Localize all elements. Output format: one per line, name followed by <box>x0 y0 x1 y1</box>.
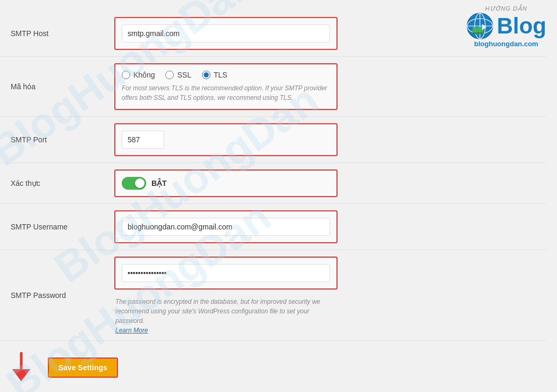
auth-control: BẬT <box>106 163 546 203</box>
radio-tls[interactable]: TLS <box>202 71 227 79</box>
auth-label: Xác thực <box>0 163 106 203</box>
auth-toggle[interactable] <box>122 177 146 190</box>
smtp-port-control <box>106 117 546 163</box>
smtp-port-row: SMTP Port <box>0 117 546 163</box>
encryption-control: Không SSL TLS For most servers TLS is th… <box>106 57 546 116</box>
smtp-username-label: SMTP Username <box>0 204 106 250</box>
radio-khong[interactable]: Không <box>122 71 155 79</box>
logo-blog: Blog <box>466 12 546 40</box>
logo-blog-text: Blog <box>497 15 546 37</box>
encryption-input-wrapper: Không SSL TLS For most servers TLS is th… <box>114 63 337 110</box>
smtp-username-input-wrapper <box>114 210 337 243</box>
smtp-host-row: SMTP Host <box>0 11 546 57</box>
radio-ssl-label: SSL <box>177 71 191 79</box>
smtp-host-input-wrapper <box>114 17 337 50</box>
radio-khong-label: Không <box>133 71 155 79</box>
password-security-note: The password is encrypted in the databas… <box>115 297 336 326</box>
radio-khong-input[interactable] <box>122 71 130 79</box>
toggle-knob <box>135 178 145 188</box>
svg-marker-9 <box>12 369 30 381</box>
smtp-password-label: SMTP Password <box>0 250 106 340</box>
toggle-wrapper: BẬT <box>122 177 330 190</box>
smtp-password-input[interactable] <box>122 264 330 282</box>
radio-tls-input[interactable] <box>202 71 210 79</box>
smtp-host-input[interactable] <box>122 24 330 42</box>
smtp-password-input-wrapper <box>114 257 337 289</box>
smtp-password-row: SMTP Password The password is encrypted … <box>0 250 546 341</box>
red-arrow-icon <box>11 351 40 382</box>
save-area: Save Settings <box>0 341 557 389</box>
auth-input-wrapper: BẬT <box>114 169 337 197</box>
settings-form: SMTP Host Mã hóa Không <box>0 11 546 341</box>
smtp-username-row: SMTP Username <box>0 204 546 250</box>
radio-ssl-input[interactable] <box>165 71 174 79</box>
smtp-port-label: SMTP Port <box>0 117 106 163</box>
smtp-password-control: The password is encrypted in the databas… <box>106 250 546 340</box>
learn-more-link[interactable]: Learn More <box>115 327 148 334</box>
encryption-radio-group: Không SSL TLS <box>122 71 330 79</box>
page-wrapper: BlogHuongDan BlogHuongDan BlogHuongDan H… <box>0 0 557 392</box>
auth-row: Xác thực BẬT <box>0 163 546 204</box>
auth-toggle-label: BẬT <box>151 179 167 188</box>
globe-icon <box>466 12 494 40</box>
logo-url: bloghuongdan.com <box>466 40 546 48</box>
radio-tls-label: TLS <box>214 71 227 79</box>
logo-title: HƯỚNG DẪN <box>466 5 546 12</box>
smtp-port-input-wrapper <box>114 123 337 156</box>
save-settings-button[interactable]: Save Settings <box>48 357 118 378</box>
smtp-host-label: SMTP Host <box>0 11 106 56</box>
smtp-port-input[interactable] <box>122 131 164 149</box>
smtp-username-control <box>106 204 546 250</box>
arrow-container <box>11 351 40 384</box>
smtp-username-input[interactable] <box>122 218 330 236</box>
encryption-label: Mã hóa <box>0 57 106 116</box>
encryption-row: Mã hóa Không SSL TLS <box>0 57 546 117</box>
encryption-hint: For most servers TLS is the recommended … <box>122 83 330 103</box>
radio-ssl[interactable]: SSL <box>165 71 191 79</box>
logo-area: HƯỚNG DẪN Blog bloghuongdan.com <box>466 5 546 48</box>
svg-rect-6 <box>471 32 484 34</box>
